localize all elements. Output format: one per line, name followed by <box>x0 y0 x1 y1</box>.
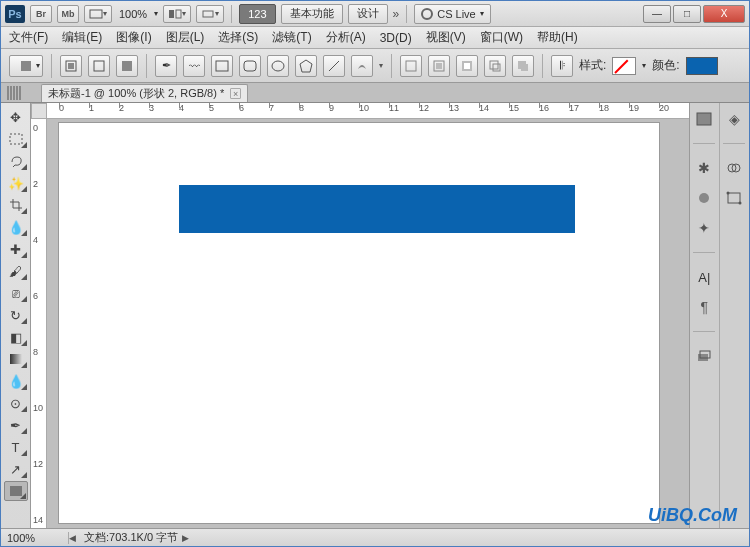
custom-shape-icon[interactable] <box>351 55 373 77</box>
history-brush-tool[interactable]: ↻ <box>4 305 28 325</box>
menu-layer[interactable]: 图层(L) <box>166 29 205 46</box>
style-swatch[interactable] <box>612 57 636 75</box>
close-button[interactable]: X <box>703 5 745 23</box>
color-swatch[interactable] <box>686 57 718 75</box>
ellipse-shape-icon[interactable] <box>267 55 289 77</box>
arrange-dropdown[interactable] <box>163 5 191 23</box>
svg-rect-32 <box>728 193 740 203</box>
path-intersect-icon[interactable] <box>484 55 506 77</box>
ruler-origin[interactable] <box>31 103 47 119</box>
document-tab[interactable]: 未标题-1 @ 100% (形状 2, RGB/8) * × <box>41 84 248 102</box>
eraser-tool[interactable]: ◧ <box>4 327 28 347</box>
healing-tool[interactable]: ✚ <box>4 239 28 259</box>
path-add-icon[interactable] <box>428 55 450 77</box>
screen-mode-dropdown[interactable] <box>84 5 112 23</box>
path-exclude-icon[interactable] <box>512 55 534 77</box>
title-zoom-label[interactable]: 100% <box>117 8 149 20</box>
link-icon[interactable]: 𝄆 <box>551 55 573 77</box>
pen-icon[interactable]: ✒ <box>155 55 177 77</box>
masks-panel-icon[interactable] <box>693 188 715 208</box>
svg-line-13 <box>329 61 339 71</box>
toolbox: ✥ ✨ 💧 ✚ 🖌 ⎚ ↻ ◧ 💧 ⊙ ✒ T ↗ <box>1 103 31 528</box>
shape-2-rectangle[interactable] <box>179 185 575 233</box>
polygon-shape-icon[interactable] <box>295 55 317 77</box>
svg-rect-14 <box>406 61 416 71</box>
canvas-viewport[interactable] <box>47 119 689 528</box>
workspace-design[interactable]: 设计 <box>348 4 388 24</box>
window-controls: — □ X <box>641 5 745 23</box>
svg-rect-23 <box>10 134 22 144</box>
color-panel-icon[interactable] <box>693 109 715 129</box>
shape-layers-button[interactable] <box>60 55 82 77</box>
lasso-tool[interactable] <box>4 151 28 171</box>
marquee-tool[interactable] <box>4 129 28 149</box>
svg-rect-2 <box>176 10 181 18</box>
menu-filter[interactable]: 滤镜(T) <box>272 29 311 46</box>
tab-close-icon[interactable]: × <box>230 88 241 99</box>
document-canvas[interactable] <box>59 123 659 523</box>
menu-select[interactable]: 选择(S) <box>218 29 258 46</box>
horizontal-ruler[interactable]: 01234567891011121314151617181920 <box>47 103 689 119</box>
tool-preset-dropdown[interactable] <box>9 55 43 77</box>
stamp-tool[interactable]: ⎚ <box>4 283 28 303</box>
minibridge-button[interactable]: Mb <box>57 5 79 23</box>
adjustments-panel-icon[interactable]: ✱ <box>693 158 715 178</box>
status-zoom[interactable]: 100% <box>1 532 69 544</box>
path-new-icon[interactable] <box>400 55 422 77</box>
svg-point-34 <box>739 202 742 205</box>
path-subtract-icon[interactable] <box>456 55 478 77</box>
cs-live-button[interactable]: CS Live ▾ <box>414 4 491 24</box>
workspace-basic[interactable]: 基本功能 <box>281 4 343 24</box>
status-left-arrow-icon[interactable]: ◀ <box>69 533 76 543</box>
menu-analysis[interactable]: 分析(A) <box>326 29 366 46</box>
menu-window[interactable]: 窗口(W) <box>480 29 523 46</box>
move-tool[interactable]: ✥ <box>4 107 28 127</box>
menu-help[interactable]: 帮助(H) <box>537 29 578 46</box>
menu-file[interactable]: 文件(F) <box>9 29 48 46</box>
minimize-button[interactable]: — <box>643 5 671 23</box>
extras-dropdown[interactable] <box>196 5 224 23</box>
gradient-tool[interactable] <box>4 349 28 369</box>
styles-panel-icon[interactable]: ✦ <box>693 218 715 238</box>
maximize-button[interactable]: □ <box>673 5 701 23</box>
eyedropper-tool[interactable]: 💧 <box>4 217 28 237</box>
bridge-button[interactable]: Br <box>30 5 52 23</box>
fill-pixels-button[interactable] <box>116 55 138 77</box>
paragraph-panel-icon[interactable]: ¶ <box>693 297 715 317</box>
rectangle-tool[interactable] <box>4 481 28 501</box>
separator <box>51 54 52 78</box>
character-panel-icon[interactable]: A| <box>693 267 715 287</box>
brush-tool[interactable]: 🖌 <box>4 261 28 281</box>
dodge-tool[interactable]: ⊙ <box>4 393 28 413</box>
crop-tool[interactable] <box>4 195 28 215</box>
status-doc-info[interactable]: 文档:703.1K/0 字节 ▶ <box>76 530 197 545</box>
paths-button[interactable] <box>88 55 110 77</box>
paths-panel-icon[interactable] <box>723 188 745 208</box>
svg-rect-19 <box>490 61 498 69</box>
svg-point-27 <box>699 193 709 203</box>
pen-tool[interactable]: ✒ <box>4 415 28 435</box>
rounded-rect-shape-icon[interactable] <box>239 55 261 77</box>
panel-column-2: ◈ <box>720 103 749 528</box>
vertical-ruler[interactable]: 02468101214 <box>31 119 47 528</box>
menu-image[interactable]: 图像(I) <box>116 29 151 46</box>
swatches-panel-icon[interactable]: ◈ <box>723 109 745 129</box>
freeform-pen-icon[interactable]: 〰 <box>183 55 205 77</box>
layers-panel-icon[interactable] <box>693 346 715 366</box>
menu-edit[interactable]: 编辑(E) <box>62 29 102 46</box>
blur-tool[interactable]: 💧 <box>4 371 28 391</box>
workspace-more[interactable]: » <box>393 7 400 21</box>
separator <box>146 54 147 78</box>
workspace-123[interactable]: 123 <box>239 4 275 24</box>
menu-view[interactable]: 视图(V) <box>426 29 466 46</box>
line-shape-icon[interactable] <box>323 55 345 77</box>
path-select-tool[interactable]: ↗ <box>4 459 28 479</box>
wand-tool[interactable]: ✨ <box>4 173 28 193</box>
color-label: 颜色: <box>652 57 679 74</box>
menu-3d[interactable]: 3D(D) <box>380 31 412 45</box>
channels-panel-icon[interactable] <box>723 158 745 178</box>
type-tool[interactable]: T <box>4 437 28 457</box>
tabbar-grip-icon[interactable] <box>7 86 33 100</box>
status-doc-label: 文档:703.1K/0 字节 <box>84 530 178 545</box>
rectangle-shape-icon[interactable] <box>211 55 233 77</box>
